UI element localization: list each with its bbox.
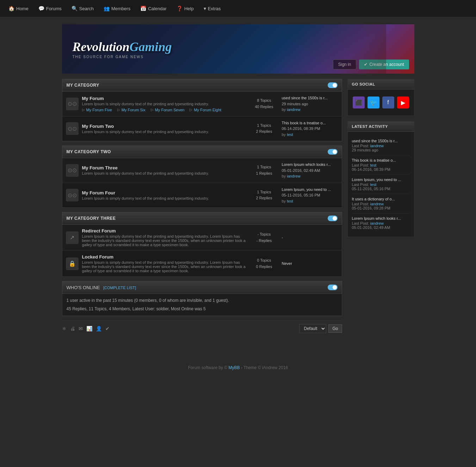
forum-name-redirect[interactable]: Redirect Forum	[82, 228, 247, 234]
sidebar-latest-activity: LATEST ACTIVITY used since the 1500s is …	[347, 121, 414, 237]
nav-home[interactable]: 🏠 Home	[4, 0, 33, 17]
forum-row-my-forum-two: ⊙⊙ My Forum Two Lorem Ipsum is simply du…	[62, 117, 342, 141]
lastpost-title[interactable]: used since the 1500s is r...	[282, 95, 338, 101]
category-header-2: MY CATEGORY TWO	[62, 145, 342, 158]
forum-row-locked: 🔒 Locked Forum Lorem Ipsum is simply dum…	[62, 251, 342, 276]
forum-lastpost-my-forum-two: This book is a treatise o... 06-14-2016,…	[282, 120, 338, 138]
subforum-eight[interactable]: ▷ My Forum Eight	[190, 108, 221, 112]
activity-title-3[interactable]: Lorem Ipsum, you need to ...	[352, 178, 410, 182]
forum-icon-three: ⊙⊙	[66, 164, 79, 177]
forum-lastpost-four: Lorem Ipsum, you need to ... 05-11-2016,…	[282, 187, 338, 204]
page-footer: Forum software by © MyBB › Theme © iAndr…	[0, 358, 476, 377]
activity-title-2[interactable]: This book is a treatise o...	[352, 158, 410, 162]
footer-icons: ⚛ 🖨 ✉ 📊 👤 ✔	[62, 326, 110, 331]
forum-info-four: My Forum Four Lorem Ipsum is simply dumm…	[82, 190, 247, 200]
whos-online-title: WHO'S ONLINE [COMPLETE LIST]	[67, 285, 136, 290]
forum-desc-redirect: Lorem Ipsum is simply dummy text of the …	[82, 234, 247, 247]
twitch-icon[interactable]: ⬛	[353, 96, 365, 108]
forum-row-redirect: ↗ Redirect Forum Lorem Ipsum is simply d…	[62, 225, 342, 251]
forum-stats-my-forum-two: 1 Topics 2 Replies	[250, 123, 278, 135]
footer-right: Default Go	[299, 324, 342, 333]
lastpost-title-four[interactable]: Lorem Ipsum, you need to ...	[282, 187, 338, 193]
forum-desc-locked: Lorem Ipsum is simply dummy text of the …	[82, 260, 247, 273]
toggle-cat3[interactable]	[328, 216, 338, 221]
activity-item-4: It uses a dictionary of o... Last Post: …	[352, 194, 410, 213]
email-icon[interactable]: ✉	[79, 326, 83, 331]
lastpost-user-three[interactable]: iandrew	[287, 174, 301, 178]
lastpost-user-two[interactable]: test	[287, 132, 293, 137]
forums-icon: 💬	[38, 6, 44, 11]
forum-info-my-forum: My Forum Lorem Ipsum is simply dummy tex…	[82, 96, 247, 112]
lastpost-user-four[interactable]: test	[287, 199, 293, 203]
activity-user-1[interactable]: iandrew	[370, 144, 384, 148]
nav-search[interactable]: 🔍 Search	[67, 0, 99, 17]
toggle-cat2[interactable]	[328, 149, 338, 155]
complete-list-link[interactable]: [COMPLETE LIST]	[103, 286, 136, 290]
mybb-link[interactable]: MyBB	[229, 365, 240, 370]
forum-name-my-forum-two[interactable]: My Forum Two	[82, 124, 247, 129]
lastpost-title-two[interactable]: This book is a treatise o...	[282, 120, 338, 126]
subforum-five[interactable]: ▷ My Forum Five	[82, 108, 112, 112]
lastpost-title-three[interactable]: Lorem Ipsum which looks r...	[282, 162, 338, 168]
forum-desc-four: Lorem Ipsum is simply dummy text of the …	[82, 196, 247, 200]
forum-name-three[interactable]: My Forum Three	[82, 165, 247, 170]
nav-help[interactable]: ❓ Help	[172, 0, 199, 17]
forum-info-locked: Locked Forum Lorem Ipsum is simply dummy…	[82, 254, 247, 273]
nav-members[interactable]: 👥 Members	[99, 0, 135, 17]
forum-name-locked[interactable]: Locked Forum	[82, 254, 247, 260]
go-social-header: GO SOCIAL	[348, 79, 414, 89]
forum-icon-four: ⊙⊙	[66, 189, 79, 201]
activity-time-2: 06-14-2016, 08:39 PM	[352, 167, 410, 172]
nav-calendar[interactable]: 📅 Calendar	[135, 0, 172, 17]
activity-item-5: Lorem Ipsum which looks r... Last Post: …	[352, 213, 410, 232]
facebook-icon[interactable]: f	[382, 96, 394, 108]
subforum-seven[interactable]: ▷ My Forum Seven	[151, 108, 185, 112]
activity-title-5[interactable]: Lorem Ipsum which looks r...	[352, 216, 410, 220]
forum-info-my-forum-two: My Forum Two Lorem Ipsum is simply dummy…	[82, 124, 247, 134]
activity-title-1[interactable]: used since the 1500s is r...	[352, 139, 410, 143]
youtube-icon[interactable]: ▶	[397, 96, 409, 108]
online-stats: 45 Replies, 11 Topics, 4 Members, Latest…	[67, 306, 338, 311]
nav-forums[interactable]: 💬 Forums	[33, 0, 67, 17]
forum-name-four[interactable]: My Forum Four	[82, 190, 247, 195]
activity-user-3[interactable]: test	[370, 182, 376, 187]
toggle-cat1[interactable]	[328, 82, 338, 88]
forum-stats-locked: 0 Topics 0 Replies	[250, 257, 278, 270]
twitter-icon[interactable]: 🐦	[367, 96, 379, 108]
lastpost-user[interactable]: iandrew	[287, 107, 301, 112]
online-content: 1 user active in the past 15 minutes (0 …	[62, 294, 342, 316]
banner: RevolutionGaming THE SOURCE FOR GAME NEW…	[62, 24, 414, 74]
activity-user-4[interactable]: iandrew	[370, 202, 384, 206]
subforum-six[interactable]: ▷ My Forum Six	[117, 108, 146, 112]
activity-user-2[interactable]: test	[370, 163, 376, 167]
whos-online-header: WHO'S ONLINE [COMPLETE LIST]	[62, 281, 342, 294]
top-nav-wrapper: 🏠 Home 💬 Forums 🔍 Search 👥 Members 📅 Cal…	[0, 0, 476, 17]
activity-meta-4: Last Post: iandrew	[352, 202, 410, 206]
lastpost-title-locked: Never	[282, 261, 338, 267]
check-icon[interactable]: ✔	[105, 326, 110, 331]
subforum-icon: ▷	[82, 108, 85, 112]
forum-stats-my-forum: 8 Topics 40 Replies	[250, 98, 278, 110]
nav-extras[interactable]: ▾ Extras	[199, 0, 226, 17]
activity-meta-2: Last Post: test	[352, 163, 410, 167]
online-active-text: 1 user active in the past 15 minutes (0 …	[67, 298, 338, 303]
forum-table-cat3: ↗ Redirect Forum Lorem Ipsum is simply d…	[62, 225, 342, 277]
toggle-whos-online[interactable]	[328, 285, 338, 290]
forum-stats-redirect: - Topics - Replies	[250, 231, 278, 244]
go-button[interactable]: Go	[328, 324, 342, 333]
sub-forums-my-forum: ▷ My Forum Five ▷ My Forum Six ▷ My Foru…	[82, 108, 247, 112]
activity-user-5[interactable]: iandrew	[370, 221, 384, 225]
category-title-3: MY CATEGORY THREE	[67, 216, 116, 221]
rss-icon[interactable]: ⚛	[62, 326, 67, 331]
forum-name-my-forum[interactable]: My Forum	[82, 96, 247, 101]
print-icon[interactable]: 🖨	[70, 326, 75, 331]
activity-title-4[interactable]: It uses a dictionary of o...	[352, 197, 410, 201]
forum-lastpost-redirect: -	[282, 235, 338, 241]
members-icon[interactable]: 👤	[96, 326, 102, 331]
forum-icon-my-forum: ⊙⊙	[66, 98, 79, 110]
theme-select[interactable]: Default	[299, 324, 326, 333]
category-title-1: MY CATEGORY	[67, 83, 99, 88]
activity-time-3: 05-11-2016, 05:16 PM	[352, 187, 410, 191]
stats-icon[interactable]: 📊	[86, 326, 92, 331]
forum-row-my-forum-three: ⊙⊙ My Forum Three Lorem Ipsum is simply …	[62, 158, 342, 183]
